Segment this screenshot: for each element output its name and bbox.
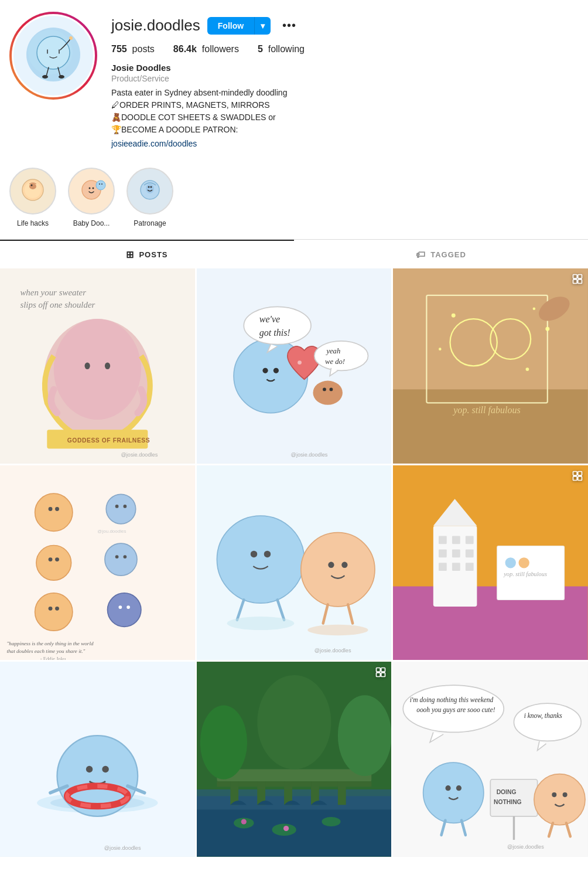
more-options-button[interactable]: •••	[278, 16, 301, 35]
svg-rect-51	[393, 389, 588, 463]
svg-point-92	[264, 550, 270, 557]
svg-point-161	[514, 703, 582, 741]
svg-rect-120	[573, 471, 577, 475]
svg-rect-65	[578, 280, 582, 284]
tab-tagged[interactable]: 🏷 TAGGED	[294, 240, 588, 268]
svg-rect-108	[452, 536, 460, 544]
svg-point-69	[55, 507, 59, 511]
svg-point-40	[323, 388, 326, 391]
highlight-label-patronage: Patronage	[134, 219, 166, 227]
svg-point-55	[452, 314, 456, 318]
svg-rect-138	[217, 770, 371, 782]
grid-item-3[interactable]: yop. still fabulous	[393, 268, 588, 464]
follow-button[interactable]: Follow	[207, 17, 254, 35]
svg-point-163	[423, 762, 484, 823]
svg-point-70	[106, 494, 135, 523]
svg-text:slips off one shoulder: slips off one shoulder	[20, 300, 95, 309]
svg-point-83	[118, 605, 122, 609]
svg-rect-153	[377, 668, 381, 672]
highlight-label-life-hacks: Life hacks	[17, 219, 49, 227]
grid-item-2[interactable]: we've got this! yeah we do! @josie.doodl…	[197, 268, 392, 464]
svg-text:we do!: we do!	[325, 358, 345, 366]
grid-item-6[interactable]: yop. still fabulous	[393, 465, 588, 661]
post-svg-3: yop. still fabulous	[393, 268, 588, 464]
highlight-item-baby-doo[interactable]: Baby Doo...	[68, 168, 115, 227]
svg-point-42	[244, 307, 311, 344]
grid-item-1[interactable]: when your sweater slips off one shoulder…	[0, 268, 195, 464]
svg-rect-121	[578, 471, 582, 475]
svg-point-77	[115, 555, 119, 559]
svg-rect-155	[377, 673, 381, 677]
highlight-item-life-hacks[interactable]: Life hacks	[9, 168, 56, 227]
svg-point-173	[552, 792, 557, 797]
svg-point-12	[29, 183, 36, 189]
posts-grid: when your sweater slips off one shoulder…	[0, 268, 588, 857]
post-svg-7: @josie.doodles	[0, 662, 195, 857]
bio-link[interactable]: josieeadie.com/doodles	[111, 139, 197, 148]
tab-posts[interactable]: ⊞ POSTS	[0, 240, 294, 268]
svg-point-118	[505, 557, 516, 568]
svg-point-91	[250, 550, 257, 557]
bio: Pasta eater in Sydney absent-mindedly do…	[111, 87, 579, 136]
svg-rect-66	[0, 465, 195, 661]
post-svg-9: i'm doing nothing this weekend oooh you …	[393, 662, 588, 857]
svg-point-41	[329, 388, 333, 391]
grid-item-5[interactable]: @josie.doodles	[197, 465, 392, 661]
svg-point-128	[86, 766, 93, 772]
multi-post-icon	[572, 273, 583, 285]
avatar-illustration	[18, 21, 88, 91]
svg-text:@josie.doodles: @josie.doodles	[104, 846, 141, 852]
svg-point-95	[300, 532, 374, 606]
follow-dropdown-button[interactable]: ▾	[254, 17, 271, 35]
svg-rect-110	[439, 549, 447, 557]
svg-point-74	[49, 557, 53, 561]
grid-item-9[interactable]: i'm doing nothing this weekend oooh you …	[393, 662, 588, 857]
following-label: following	[268, 44, 305, 54]
svg-point-15	[89, 188, 91, 189]
post-image-7: @josie.doodles	[0, 662, 195, 857]
post-image-6: yop. still fabulous	[393, 465, 588, 661]
svg-point-17	[96, 181, 105, 190]
svg-rect-137	[197, 789, 392, 809]
svg-text:yop. still fabulous: yop. still fabulous	[504, 571, 548, 577]
svg-text:i know, thanks: i know, thanks	[524, 713, 563, 720]
svg-rect-156	[381, 673, 385, 677]
svg-point-152	[283, 826, 289, 831]
posts-label: posts	[132, 44, 155, 54]
svg-text:GODDESS OF FRAILNESS: GODDESS OF FRAILNESS	[67, 437, 151, 444]
tagged-tab-icon: 🏷	[416, 250, 426, 260]
multi-post-icon-2	[572, 470, 583, 482]
highlight-label-baby-doo: Baby Doo...	[73, 219, 110, 227]
svg-point-165	[456, 785, 461, 791]
svg-point-59	[526, 367, 529, 371]
svg-text:"happiness is the only thing i: "happiness is the only thing in the worl…	[6, 641, 93, 646]
post-image-5: @josie.doodles	[197, 465, 392, 661]
svg-point-38	[298, 360, 302, 365]
svg-rect-114	[452, 563, 460, 571]
post-image-1: when your sweater slips off one shoulder…	[0, 268, 195, 464]
svg-text:yeah: yeah	[325, 347, 340, 355]
svg-rect-122	[573, 476, 577, 481]
svg-point-37	[273, 368, 278, 373]
svg-rect-154	[381, 668, 385, 672]
svg-point-164	[446, 785, 451, 791]
svg-point-150	[322, 817, 340, 826]
svg-rect-123	[578, 476, 582, 481]
svg-point-58	[439, 348, 442, 350]
highlight-icon-patronage	[132, 173, 167, 209]
svg-point-82	[108, 593, 141, 627]
grid-item-7[interactable]: @josie.doodles	[0, 662, 195, 857]
highlight-item-patronage[interactable]: Patronage	[127, 168, 173, 227]
svg-rect-111	[452, 549, 460, 557]
svg-rect-112	[466, 549, 474, 557]
grid-item-4[interactable]: "happiness is the only thing in the worl…	[0, 465, 195, 661]
post-image-3: yop. still fabulous	[393, 268, 588, 464]
svg-point-36	[262, 368, 268, 373]
svg-point-21	[146, 184, 154, 193]
grid-item-8[interactable]	[197, 662, 392, 857]
svg-rect-115	[466, 563, 474, 571]
svg-point-39	[313, 381, 342, 405]
svg-point-76	[105, 543, 137, 576]
post-image-2: we've got this! yeah we do! @josie.doodl…	[197, 268, 392, 464]
followers-stat: 86.4k followers	[173, 44, 239, 55]
